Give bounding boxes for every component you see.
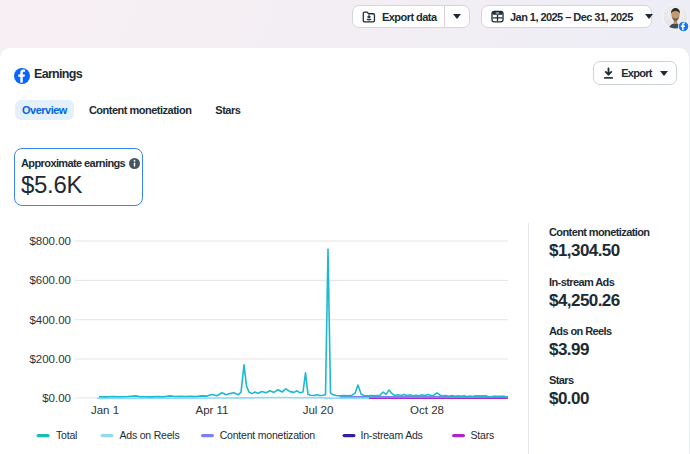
svg-text:Total: Total: [56, 429, 77, 441]
svg-text:Jan 1: Jan 1: [91, 404, 119, 416]
svg-text:$600.00: $600.00: [29, 274, 71, 286]
svg-text:Content monetization: Content monetization: [220, 429, 316, 441]
svg-text:Ads on Reels: Ads on Reels: [120, 429, 180, 441]
svg-text:$400.00: $400.00: [29, 314, 71, 326]
svg-text:$800.00: $800.00: [29, 235, 71, 247]
svg-text:Apr 11: Apr 11: [195, 404, 228, 416]
svg-text:Oct 28: Oct 28: [410, 404, 444, 416]
svg-text:$200.00: $200.00: [29, 353, 71, 365]
svg-text:Jul 20: Jul 20: [303, 404, 334, 416]
svg-text:$0.00: $0.00: [42, 392, 71, 404]
svg-text:Stars: Stars: [471, 429, 495, 441]
svg-text:In-stream Ads: In-stream Ads: [361, 429, 423, 441]
